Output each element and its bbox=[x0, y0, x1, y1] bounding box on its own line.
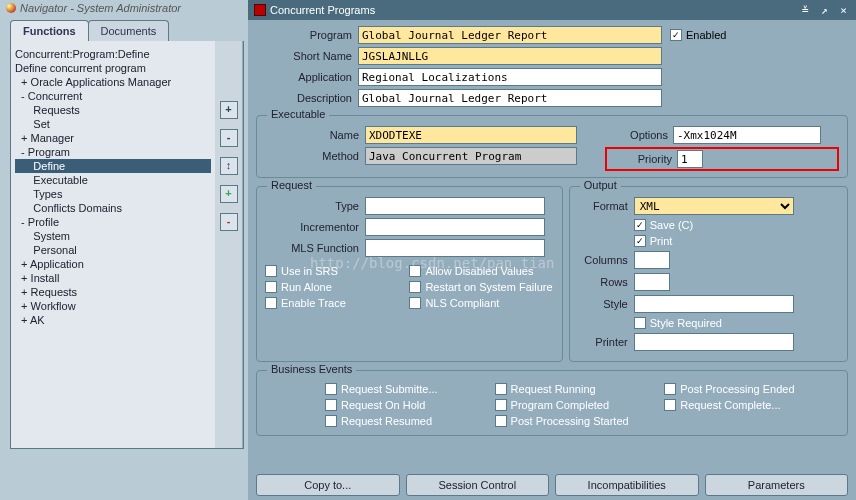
side-button[interactable]: - bbox=[220, 213, 238, 231]
tree-item[interactable]: + Application bbox=[15, 257, 211, 271]
allow-disabled-checkbox[interactable] bbox=[409, 265, 421, 277]
tree-item[interactable]: - Concurrent bbox=[15, 89, 211, 103]
label-program: Program bbox=[256, 29, 358, 41]
tree-item[interactable]: + Oracle Applications Manager bbox=[15, 75, 211, 89]
label-rows: Rows bbox=[578, 276, 634, 288]
nls-label: NLS Compliant bbox=[425, 297, 499, 309]
tree-item[interactable]: Personal bbox=[15, 243, 211, 257]
mls-input[interactable] bbox=[365, 239, 545, 257]
rows-input[interactable] bbox=[634, 273, 670, 291]
legend-executable: Executable bbox=[267, 108, 329, 120]
incrementor-input[interactable] bbox=[365, 218, 545, 236]
side-button[interactable]: - bbox=[220, 129, 238, 147]
concurrent-programs-window: Concurrent Programs ≚ ↗ × Program Enable… bbox=[248, 0, 856, 500]
chk-req-running[interactable] bbox=[495, 383, 507, 395]
tree-area: Concurrent:Program:Define Define concurr… bbox=[10, 41, 244, 449]
copy-to-button[interactable]: Copy to... bbox=[256, 474, 400, 496]
save-checkbox[interactable] bbox=[634, 219, 646, 231]
tree-item[interactable]: Executable bbox=[15, 173, 211, 187]
format-select[interactable]: XML bbox=[634, 197, 794, 215]
use-srs-checkbox[interactable] bbox=[265, 265, 277, 277]
tree-item[interactable]: + Manager bbox=[15, 131, 211, 145]
enabled-label: Enabled bbox=[686, 29, 726, 41]
allow-disabled-label: Allow Disabled Values bbox=[425, 265, 533, 277]
label-printer: Printer bbox=[578, 336, 634, 348]
print-label: Print bbox=[650, 235, 673, 247]
short-name-input[interactable] bbox=[358, 47, 662, 65]
printer-input[interactable] bbox=[634, 333, 794, 351]
business-events-group: Business Events Request Submitte... Requ… bbox=[256, 370, 848, 436]
label-columns: Columns bbox=[578, 254, 634, 266]
tree-item[interactable]: + Install bbox=[15, 271, 211, 285]
form-body: Program Enabled Short Name Application D… bbox=[248, 20, 856, 442]
method-input bbox=[365, 147, 577, 165]
label-priority: Priority bbox=[609, 153, 677, 165]
chk-req-sub[interactable] bbox=[325, 383, 337, 395]
columns-input[interactable] bbox=[634, 251, 670, 269]
window-controls[interactable]: ≚ ↗ × bbox=[802, 4, 850, 17]
tab-documents[interactable]: Documents bbox=[88, 20, 170, 41]
label-type: Type bbox=[265, 200, 365, 212]
chk-req-comp[interactable] bbox=[664, 399, 676, 411]
navigator-title-text: Navigator - System Administrator bbox=[20, 2, 181, 14]
lbl-req-sub: Request Submitte... bbox=[341, 383, 438, 395]
executable-group: Executable Name Method Options bbox=[256, 115, 848, 178]
tree-item[interactable]: + AK bbox=[15, 313, 211, 327]
label-options: Options bbox=[605, 129, 673, 141]
label-exec-name: Name bbox=[265, 129, 365, 141]
navigator-title: Navigator - System Administrator bbox=[0, 0, 248, 16]
restart-checkbox[interactable] bbox=[409, 281, 421, 293]
nav-tree: Concurrent:Program:Define Define concurr… bbox=[11, 41, 215, 448]
output-group: Output FormatXML Save (C) Print Columns … bbox=[569, 186, 848, 362]
side-button[interactable]: + bbox=[220, 185, 238, 203]
tree-item[interactable]: System bbox=[15, 229, 211, 243]
exec-name-input[interactable] bbox=[365, 126, 577, 144]
legend-biz: Business Events bbox=[267, 363, 356, 375]
chk-prog-comp[interactable] bbox=[495, 399, 507, 411]
tree-item[interactable]: - Profile bbox=[15, 215, 211, 229]
lbl-prog-comp: Program Completed bbox=[511, 399, 609, 411]
incompatibilities-button[interactable]: Incompatibilities bbox=[555, 474, 699, 496]
application-input[interactable] bbox=[358, 68, 662, 86]
tree-item[interactable]: Set bbox=[15, 117, 211, 131]
tree-item[interactable]: - Program bbox=[15, 145, 211, 159]
options-input[interactable] bbox=[673, 126, 821, 144]
tree-item[interactable]: + Workflow bbox=[15, 299, 211, 313]
request-group: Request Type Incrementor MLS Function Us… bbox=[256, 186, 563, 362]
style-input[interactable] bbox=[634, 295, 794, 313]
style-req-checkbox[interactable] bbox=[634, 317, 646, 329]
tree-item[interactable]: Conflicts Domains bbox=[15, 201, 211, 215]
label-method: Method bbox=[265, 150, 365, 162]
chk-post-end[interactable] bbox=[664, 383, 676, 395]
enable-trace-checkbox[interactable] bbox=[265, 297, 277, 309]
side-button[interactable]: ↕ bbox=[220, 157, 238, 175]
priority-input[interactable] bbox=[677, 150, 703, 168]
print-checkbox[interactable] bbox=[634, 235, 646, 247]
lbl-post-start: Post Processing Started bbox=[511, 415, 629, 427]
tree-item[interactable]: + Requests bbox=[15, 285, 211, 299]
oracle-window-icon bbox=[254, 4, 266, 16]
tree-item[interactable]: Define bbox=[15, 159, 211, 173]
tree-item[interactable]: Requests bbox=[15, 103, 211, 117]
program-input[interactable] bbox=[358, 26, 662, 44]
parameters-button[interactable]: Parameters bbox=[705, 474, 849, 496]
chk-req-hold[interactable] bbox=[325, 399, 337, 411]
label-application: Application bbox=[256, 71, 358, 83]
side-button[interactable]: + bbox=[220, 101, 238, 119]
lbl-req-comp: Request Complete... bbox=[680, 399, 780, 411]
tab-functions[interactable]: Functions bbox=[10, 20, 89, 41]
enabled-checkbox[interactable] bbox=[670, 29, 682, 41]
run-alone-checkbox[interactable] bbox=[265, 281, 277, 293]
lbl-post-end: Post Processing Ended bbox=[680, 383, 794, 395]
enable-trace-label: Enable Trace bbox=[281, 297, 346, 309]
label-style: Style bbox=[578, 298, 634, 310]
chk-req-resumed[interactable] bbox=[325, 415, 337, 427]
tree-item[interactable]: Types bbox=[15, 187, 211, 201]
description-input[interactable] bbox=[358, 89, 662, 107]
session-control-button[interactable]: Session Control bbox=[406, 474, 550, 496]
tree-side-buttons: +-↕+- bbox=[215, 41, 243, 448]
chk-post-start[interactable] bbox=[495, 415, 507, 427]
type-input[interactable] bbox=[365, 197, 545, 215]
window-title-text: Concurrent Programs bbox=[270, 4, 375, 16]
nls-checkbox[interactable] bbox=[409, 297, 421, 309]
